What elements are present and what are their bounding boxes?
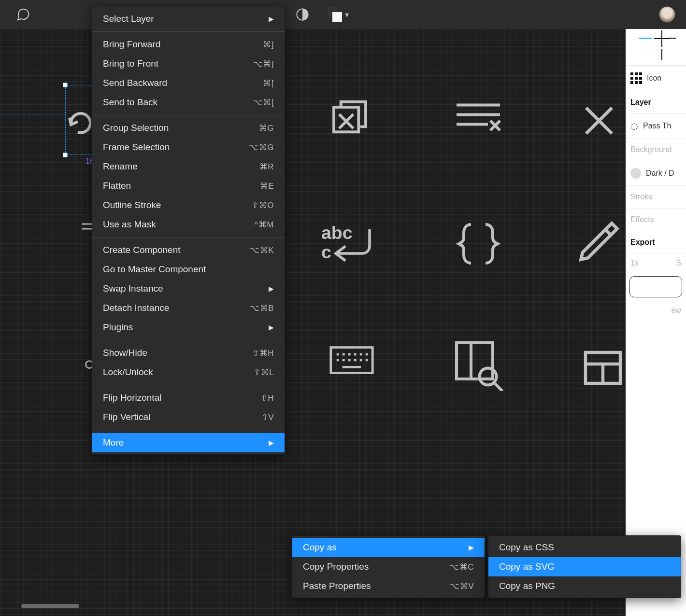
context-menu-copy-as[interactable]: Copy as CSSCopy as SVGCopy as PNG xyxy=(488,535,681,598)
component-name-row[interactable]: Icon xyxy=(626,66,686,91)
menu-item-label: Swap Instance xyxy=(103,283,163,294)
ctxmain-item-outline-stroke[interactable]: Outline Stroke⇧⌘O xyxy=(92,196,285,215)
menu-item-shortcut: ⌘[ xyxy=(263,78,274,88)
menu-item-label: Copy as SVG xyxy=(499,561,555,572)
menu-item-label: Group Selection xyxy=(103,123,169,133)
ctxmain-item-bring-to-front[interactable]: Bring to Front⌥⌘] xyxy=(92,54,285,73)
menu-item-label: Copy as PNG xyxy=(499,581,555,591)
ctxmore-item-copy-as[interactable]: Copy as▶ xyxy=(292,538,485,557)
smart-guide xyxy=(0,114,65,114)
ctxmain-item-use-as-mask[interactable]: Use as Mask^⌘M xyxy=(92,215,285,234)
canvas-icon-keyboard[interactable] xyxy=(329,343,375,379)
ctxmain-item-swap-instance[interactable]: Swap Instance▶ xyxy=(92,279,285,298)
ctxmain-item-lock-unlock[interactable]: Lock/Unlock⇧⌘L xyxy=(92,363,285,382)
menu-item-label: Outline Stroke xyxy=(103,200,161,210)
menu-item-shortcut: ⌘] xyxy=(263,40,274,50)
ctxmain-item-plugins[interactable]: Plugins▶ xyxy=(92,318,285,337)
ctxmain-item-go-to-master-component[interactable]: Go to Master Component xyxy=(92,260,285,279)
swatch-icon xyxy=(630,168,641,179)
ctxmain-item-frame-selection[interactable]: Frame Selection⌥⌘G xyxy=(92,138,285,157)
ctxmain-item-send-backward[interactable]: Send Backward⌘[ xyxy=(92,73,285,93)
stroke-section-header[interactable]: Stroke xyxy=(626,186,686,209)
ctxmain-item-flatten[interactable]: Flatten⌘E xyxy=(92,176,285,196)
menu-item-shortcut: ⌥⌘B xyxy=(250,303,274,313)
export-scale-row[interactable]: 1x S xyxy=(626,254,686,272)
avatar[interactable] xyxy=(659,6,675,23)
ctxmain-separator xyxy=(92,430,285,430)
menu-item-shortcut: ⇧H xyxy=(261,393,274,403)
alignment-controls[interactable] xyxy=(626,29,686,66)
ctxmain-item-send-to-back[interactable]: Send to Back⌥⌘[ xyxy=(92,93,285,112)
dots-grid-icon xyxy=(630,72,642,84)
ctxmain-item-more[interactable]: More▶ xyxy=(92,433,285,452)
ctxmain-item-create-component[interactable]: Create Component⌥⌘K xyxy=(92,240,285,260)
effects-section-header[interactable]: Effects xyxy=(626,209,686,231)
comments-icon[interactable] xyxy=(11,5,36,24)
contrast-icon[interactable] xyxy=(290,5,315,24)
canvas-icon-edit[interactable] xyxy=(575,217,623,267)
ctxmain-separator xyxy=(92,31,285,32)
menu-item-shortcut: ⌥⌘K xyxy=(250,245,274,255)
ctxmore-item-copy-properties[interactable]: Copy Properties⌥⌘C xyxy=(292,557,485,576)
canvas-icon-braces[interactable] xyxy=(454,220,502,270)
ctxmain-item-select-layer[interactable]: Select Layer▶ xyxy=(92,9,285,28)
menu-item-label: Detach Instance xyxy=(103,303,169,313)
canvas-icon-close[interactable] xyxy=(580,101,618,142)
ctxmain-item-detach-instance[interactable]: Detach Instance⌥⌘B xyxy=(92,298,285,318)
menu-item-label: Bring to Front xyxy=(103,58,158,69)
layer-section-header[interactable]: Layer xyxy=(626,91,686,114)
ctxmain-item-show-hide[interactable]: Show/Hide⇧⌘H xyxy=(92,343,285,363)
canvas-icon-word-wrap[interactable]: abcc xyxy=(321,222,374,267)
menu-item-shortcut: ⌥⌘[ xyxy=(253,98,274,108)
horizontal-scrollbar[interactable] xyxy=(21,604,79,608)
ctxmain-item-rename[interactable]: Rename⌘R xyxy=(92,157,285,176)
menu-item-label: Copy as CSS xyxy=(499,542,554,553)
export-section-header[interactable]: Export xyxy=(626,231,686,254)
ctxmain-item-bring-forward[interactable]: Bring Forward⌘] xyxy=(92,35,285,54)
background-swatch-row[interactable]: Dark / D xyxy=(626,161,686,186)
menu-item-label: Copy as xyxy=(303,542,337,553)
menu-item-label: Rename xyxy=(103,161,138,172)
submenu-arrow-icon: ▶ xyxy=(269,439,274,447)
ctxmain-separator xyxy=(92,237,285,238)
svg-rect-21 xyxy=(457,343,493,379)
export-button[interactable] xyxy=(629,276,682,297)
ctxcopyas-item-copy-as-png[interactable]: Copy as PNG xyxy=(488,576,681,596)
canvas-icon-preview-search[interactable] xyxy=(452,338,505,393)
color-swatches-button[interactable]: ▾ xyxy=(328,7,349,22)
menu-item-label: Flatten xyxy=(103,181,131,191)
menu-item-label: Flip Horizontal xyxy=(103,392,161,403)
menu-item-shortcut: ⌘G xyxy=(259,123,274,133)
ctxmain-separator xyxy=(92,385,285,385)
menu-item-label: Create Component xyxy=(103,245,181,255)
submenu-arrow-icon: ▶ xyxy=(269,285,274,293)
background-section-header[interactable]: Background xyxy=(626,139,686,161)
ctxcopyas-item-copy-as-svg[interactable]: Copy as SVG xyxy=(488,557,681,576)
preview-label: ew xyxy=(626,301,686,320)
canvas-icon-layout[interactable] xyxy=(580,345,626,393)
layer-blend-mode[interactable]: ◌ Pass Th xyxy=(626,114,686,139)
menu-item-shortcut: ^⌘M xyxy=(254,220,274,230)
component-name: Icon xyxy=(647,74,661,83)
menu-item-shortcut: ⌥⌘G xyxy=(249,142,274,153)
menu-item-shortcut: ⌘R xyxy=(259,162,274,172)
menu-item-label: Show/Hide xyxy=(103,348,147,358)
svg-line-24 xyxy=(494,383,503,392)
canvas-icon-close-multiple[interactable] xyxy=(329,97,371,141)
ctxcopyas-item-copy-as-css[interactable]: Copy as CSS xyxy=(488,538,681,557)
ctxmain-item-group-selection[interactable]: Group Selection⌘G xyxy=(92,118,285,138)
menu-item-label: Bring Forward xyxy=(103,39,160,50)
menu-item-shortcut: ⇧⌘L xyxy=(254,367,274,378)
ctxmain-separator xyxy=(92,115,285,115)
context-menu-main[interactable]: Select Layer▶Bring Forward⌘]Bring to Fro… xyxy=(92,7,285,455)
selection-box[interactable]: 16 xyxy=(65,85,94,155)
ctxmain-item-flip-vertical[interactable]: Flip Vertical⇧V xyxy=(92,407,285,427)
canvas-icon-list-clear[interactable] xyxy=(454,101,502,137)
menu-item-label: Send Backward xyxy=(103,78,167,88)
ctxmain-item-flip-horizontal[interactable]: Flip Horizontal⇧H xyxy=(92,388,285,407)
menu-item-label: Use as Mask xyxy=(103,219,156,230)
context-menu-more[interactable]: Copy as▶Copy Properties⌥⌘CPaste Properti… xyxy=(292,535,485,598)
ctxmore-item-paste-properties[interactable]: Paste Properties⌥⌘V xyxy=(292,576,485,596)
menu-item-shortcut: ⌘E xyxy=(260,181,274,191)
menu-item-label: Flip Vertical xyxy=(103,412,150,422)
